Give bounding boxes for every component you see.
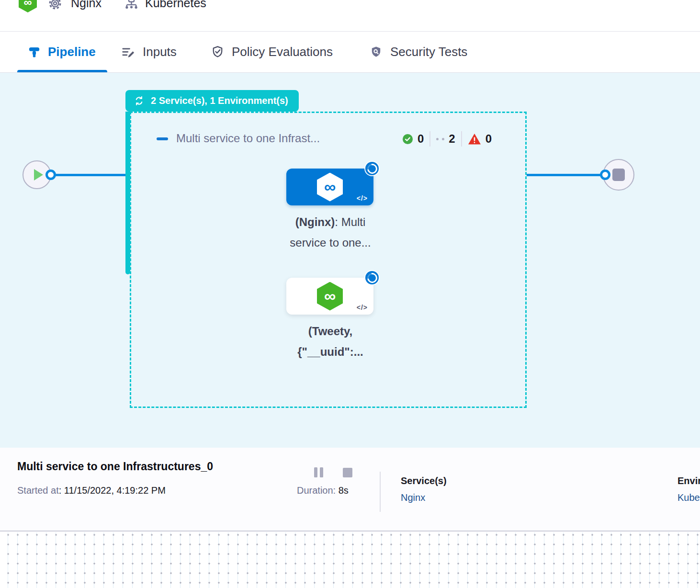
environment-label: Environment(s) [677,475,700,486]
tab-policy-evaluations-label: Policy Evaluations [232,45,333,59]
running-count: 2 [449,132,455,146]
abort-button[interactable] [343,468,352,477]
service-node-tweety[interactable]: ∞ </> [286,278,373,315]
tab-inputs[interactable]: Inputs [121,32,177,72]
tab-policy-evaluations[interactable]: Policy Evaluations [211,32,333,72]
node-label-tweety: (Tweety, {"__uuid":... [254,321,407,362]
check-circle-icon [402,134,413,145]
stage-status-counts: 0 2 0 [402,129,492,148]
active-tab-underline [17,70,107,72]
code-icon: </> [357,194,368,202]
tab-inputs-label: Inputs [143,45,177,59]
stage-dashed-boundary [130,112,527,408]
collapse-stage-button[interactable] [157,137,168,140]
harness-service-icon: ∞ [317,282,343,311]
flow-line-left [50,174,126,176]
spinner-badge-icon [365,162,379,175]
count-divider [429,131,430,147]
breadcrumb-environment-name: Kubernetes [145,0,206,10]
running-dots-icon [436,138,444,140]
pipeline-canvas: 2 Service(s), 1 Environment(s) Multi ser… [0,73,700,448]
success-count: 0 [418,132,424,146]
harness-logo-icon[interactable]: ∞ [19,0,37,12]
execution-title: Multi service to one Infrastructures_0 [17,460,213,473]
flow-line-right [527,174,604,176]
breadcrumb-bar: ∞ Nginx Kubernetes [0,0,700,32]
harness-service-icon: ∞ [317,173,343,202]
footer-divider [380,472,381,512]
stage-badge-label: 2 Service(s), 1 Environment(s) [151,95,288,106]
node-label-nginx: (Nginx): Multi service to one... [254,212,407,253]
failed-count: 0 [485,132,492,146]
started-at-line: Started at: 11/15/2022, 4:19:22 PM [17,485,166,496]
tab-pipeline[interactable]: Pipeline [28,32,96,72]
console-grid-area [0,532,700,588]
spinner-badge-icon [365,271,379,284]
code-icon: </> [357,304,368,311]
refresh-icon [133,95,145,107]
stage-title: Multi service to one Infrast... [176,132,320,145]
stop-icon [612,169,625,181]
service-node-nginx[interactable]: ∞ </> [286,169,373,205]
pipeline-icon [28,45,41,58]
logo-infinity-glyph: ∞ [23,0,32,9]
tab-bar: Pipeline Inputs Policy Evaluations [0,32,700,73]
connector-dot-right [600,170,610,180]
services-value-link[interactable]: Nginx [401,492,425,503]
tab-security-tests-label: Security Tests [390,45,467,59]
gear-icon[interactable] [47,0,63,11]
pause-button[interactable] [314,467,324,477]
environment-value-link[interactable]: Kubernetes [677,492,700,503]
services-label: Service(s) [401,475,447,486]
count-divider [461,131,462,147]
tab-security-tests[interactable]: Security Tests [369,32,467,72]
kubernetes-icon [124,0,139,12]
policy-shield-icon [211,45,225,59]
execution-footer: Multi service to one Infrastructures_0 S… [0,448,700,531]
play-icon [34,169,43,181]
inputs-icon [121,45,135,59]
tab-pipeline-label: Pipeline [48,45,96,59]
duration-line: Duration: 8s [297,485,349,496]
connector-dot-left [45,170,56,180]
pipeline-execution-screen: ∞ Nginx Kubernetes [0,0,700,588]
security-shield-icon [369,45,383,59]
warning-triangle-icon [468,133,481,145]
stage-services-badge[interactable]: 2 Service(s), 1 Environment(s) [125,90,299,112]
breadcrumb-pipeline-name: Nginx [71,0,102,10]
